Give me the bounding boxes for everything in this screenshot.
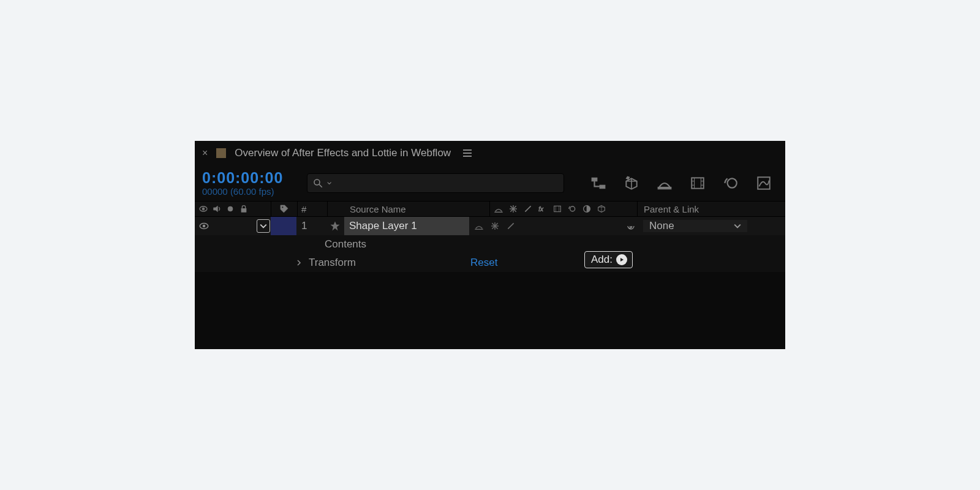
adjustment-layer-icon: [582, 204, 592, 214]
draft-3d-icon[interactable]: [624, 175, 639, 191]
eye-icon: [198, 204, 208, 214]
svg-point-40: [203, 225, 206, 228]
svg-rect-2: [592, 178, 597, 181]
lock-icon: [239, 204, 249, 214]
svg-point-23: [282, 206, 284, 208]
svg-line-29: [525, 206, 530, 211]
frame-blend-icon[interactable]: [690, 175, 706, 191]
add-label: Add:: [591, 254, 612, 266]
shy-switch-icon[interactable]: [474, 221, 484, 231]
shy-switch-icon: [494, 204, 503, 214]
frame-info: 00000 (60.00 fps): [202, 187, 297, 197]
current-time-block[interactable]: 0:00:00:00 00000 (60.00 fps): [202, 170, 297, 197]
play-circle-icon: [616, 254, 627, 265]
close-tab-icon[interactable]: ×: [202, 148, 208, 159]
svg-rect-3: [600, 185, 605, 188]
svg-marker-48: [620, 258, 624, 262]
source-name-column-header[interactable]: Source Name: [346, 204, 489, 214]
contents-label: Contents: [321, 238, 486, 251]
chevron-right-icon: [296, 260, 302, 266]
svg-point-0: [314, 179, 320, 185]
motion-blur-icon[interactable]: [723, 175, 739, 191]
collapse-star-icon[interactable]: [490, 221, 500, 231]
reset-link[interactable]: Reset: [470, 257, 497, 269]
solo-icon: [225, 204, 235, 214]
av-column-header: [195, 204, 271, 214]
layer-parent-cell: None: [616, 220, 785, 232]
svg-line-1: [319, 184, 322, 187]
svg-rect-22: [241, 208, 246, 212]
svg-marker-7: [626, 176, 629, 179]
layer-search-box[interactable]: [307, 173, 564, 193]
layer-row-1[interactable]: 1 Shape Layer 1 None: [195, 217, 785, 235]
fx-icon: fx: [538, 204, 548, 214]
label-tag-icon: [279, 204, 289, 214]
svg-line-47: [508, 223, 513, 228]
layer-visibility-icon[interactable]: [198, 221, 209, 232]
composition-icon: [216, 148, 226, 158]
layer-index: 1: [296, 220, 326, 232]
timecode-display[interactable]: 0:00:00:00: [202, 170, 297, 187]
transform-twirl[interactable]: [293, 260, 305, 266]
transform-row[interactable]: Transform Reset: [195, 254, 785, 272]
timeline-panel: × Overview of After Effects and Lottie i…: [195, 141, 785, 349]
layer-name[interactable]: Shape Layer 1: [344, 217, 469, 235]
chevron-down-icon: [260, 222, 267, 230]
svg-point-34: [570, 206, 575, 211]
graph-editor-icon[interactable]: [756, 175, 772, 191]
svg-rect-9: [692, 178, 704, 188]
layer-twirl-button[interactable]: [257, 219, 270, 233]
layer-label-color[interactable]: [271, 217, 296, 235]
transform-label: Transform: [305, 257, 470, 269]
svg-point-21: [228, 206, 233, 211]
svg-point-19: [202, 208, 205, 210]
timeline-toolbar: [590, 175, 778, 191]
index-column-header: #: [298, 204, 327, 214]
panel-tab-header: × Overview of After Effects and Lottie i…: [195, 141, 785, 165]
layer-switches: [469, 221, 616, 231]
frame-blend-switch-icon: [552, 204, 562, 214]
svg-marker-20: [214, 206, 218, 211]
switches-column-header: fx: [490, 204, 637, 214]
parent-value: None: [649, 220, 674, 232]
svg-marker-41: [331, 222, 340, 231]
parent-dropdown[interactable]: None: [643, 220, 747, 232]
time-search-row: 0:00:00:00 00000 (60.00 fps): [195, 165, 785, 201]
chevron-down-icon: [734, 222, 741, 230]
layer-type-icon: [326, 221, 344, 232]
quality-icon[interactable]: [506, 221, 516, 231]
star-icon: [330, 221, 341, 232]
motion-blur-switch-icon: [567, 204, 577, 214]
contents-row[interactable]: Contents: [195, 235, 785, 254]
add-shape-button[interactable]: Add:: [584, 251, 633, 268]
3d-layer-icon: [597, 204, 606, 214]
collapse-star-icon: [508, 204, 518, 214]
svg-rect-8: [658, 187, 671, 189]
composition-mini-flowchart-icon[interactable]: [590, 175, 606, 191]
svg-point-16: [728, 178, 737, 187]
parent-link-column-header: Parent & Link: [638, 204, 785, 214]
search-icon: [312, 178, 323, 189]
pickwhip-icon[interactable]: [625, 220, 637, 232]
svg-rect-31: [554, 206, 561, 211]
shy-layers-icon[interactable]: [657, 175, 673, 191]
empty-timeline-area: [195, 272, 785, 349]
svg-text:fx: fx: [538, 206, 544, 213]
layer-column-header: # Source Name fx Parent & Link: [195, 201, 785, 217]
search-input[interactable]: [335, 178, 559, 188]
chevron-down-icon: [327, 181, 331, 186]
panel-menu-icon[interactable]: [463, 149, 472, 157]
composition-title: Overview of After Effects and Lottie in …: [235, 147, 451, 159]
label-column-header[interactable]: [271, 204, 297, 214]
speaker-icon: [212, 204, 222, 214]
quality-icon: [523, 204, 533, 214]
